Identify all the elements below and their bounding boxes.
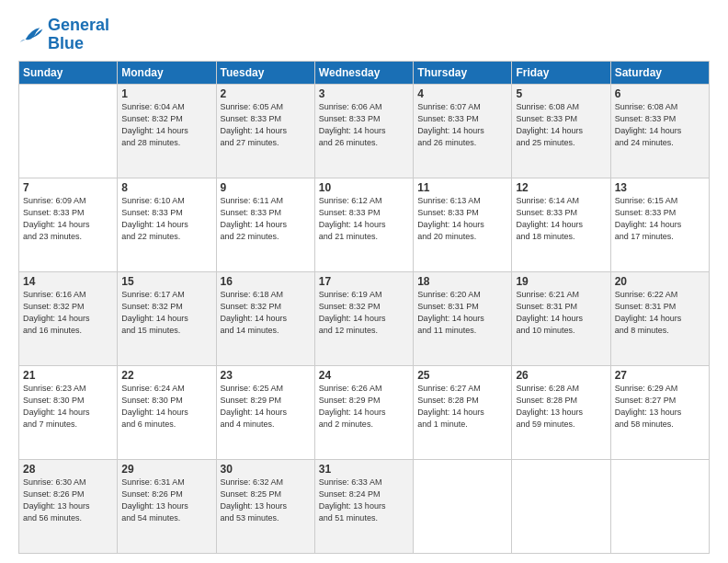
day-number: 5 xyxy=(516,87,606,100)
calendar-cell xyxy=(512,459,610,553)
calendar-table: SundayMondayTuesdayWednesdayThursdayFrid… xyxy=(18,61,710,554)
day-number: 22 xyxy=(121,369,211,382)
day-info: Sunrise: 6:23 AMSunset: 8:30 PMDaylight:… xyxy=(23,383,113,431)
day-number: 16 xyxy=(221,275,311,288)
day-number: 8 xyxy=(121,181,211,194)
day-info: Sunrise: 6:27 AMSunset: 8:28 PMDaylight:… xyxy=(417,383,507,431)
day-number: 7 xyxy=(23,181,113,194)
day-info: Sunrise: 6:05 AMSunset: 8:33 PMDaylight:… xyxy=(221,101,311,149)
day-number: 4 xyxy=(417,87,507,100)
calendar-cell: 17Sunrise: 6:19 AMSunset: 8:32 PMDayligh… xyxy=(314,271,413,365)
day-number: 27 xyxy=(615,369,705,382)
day-info: Sunrise: 6:07 AMSunset: 8:33 PMDaylight:… xyxy=(417,101,507,149)
day-info: Sunrise: 6:10 AMSunset: 8:33 PMDaylight:… xyxy=(121,195,211,243)
day-number: 13 xyxy=(615,181,705,194)
calendar-cell: 20Sunrise: 6:22 AMSunset: 8:31 PMDayligh… xyxy=(610,271,709,365)
day-number: 19 xyxy=(516,275,606,288)
day-info: Sunrise: 6:04 AMSunset: 8:32 PMDaylight:… xyxy=(121,101,211,149)
day-number: 14 xyxy=(23,275,113,288)
calendar-cell: 31Sunrise: 6:33 AMSunset: 8:24 PMDayligh… xyxy=(314,459,413,553)
day-info: Sunrise: 6:16 AMSunset: 8:32 PMDaylight:… xyxy=(23,289,113,337)
day-number: 6 xyxy=(615,87,705,100)
day-number: 10 xyxy=(319,181,409,194)
day-info: Sunrise: 6:09 AMSunset: 8:33 PMDaylight:… xyxy=(23,195,113,243)
day-info: Sunrise: 6:08 AMSunset: 8:33 PMDaylight:… xyxy=(615,101,705,149)
header-wednesday: Wednesday xyxy=(314,61,413,84)
calendar-cell: 8Sunrise: 6:10 AMSunset: 8:33 PMDaylight… xyxy=(118,178,216,271)
calendar-cell: 16Sunrise: 6:18 AMSunset: 8:32 PMDayligh… xyxy=(216,271,314,365)
calendar-cell: 3Sunrise: 6:06 AMSunset: 8:33 PMDaylight… xyxy=(314,84,413,178)
day-number: 11 xyxy=(417,181,507,194)
logo-text: General Blue xyxy=(48,17,109,53)
day-info: Sunrise: 6:20 AMSunset: 8:31 PMDaylight:… xyxy=(417,289,507,337)
day-info: Sunrise: 6:15 AMSunset: 8:33 PMDaylight:… xyxy=(615,195,705,243)
calendar-cell: 5Sunrise: 6:08 AMSunset: 8:33 PMDaylight… xyxy=(512,84,610,178)
calendar-cell: 23Sunrise: 6:25 AMSunset: 8:29 PMDayligh… xyxy=(216,365,314,459)
logo-icon xyxy=(18,25,44,45)
day-number: 9 xyxy=(221,181,311,194)
day-info: Sunrise: 6:17 AMSunset: 8:32 PMDaylight:… xyxy=(121,289,211,337)
calendar-cell: 9Sunrise: 6:11 AMSunset: 8:33 PMDaylight… xyxy=(216,178,314,271)
day-number: 21 xyxy=(23,369,113,382)
day-info: Sunrise: 6:11 AMSunset: 8:33 PMDaylight:… xyxy=(221,195,311,243)
calendar-cell: 19Sunrise: 6:21 AMSunset: 8:31 PMDayligh… xyxy=(512,271,610,365)
day-number: 28 xyxy=(23,463,113,476)
page-header: General Blue xyxy=(18,17,710,53)
day-number: 26 xyxy=(516,369,606,382)
day-info: Sunrise: 6:08 AMSunset: 8:33 PMDaylight:… xyxy=(516,101,606,149)
calendar-cell: 27Sunrise: 6:29 AMSunset: 8:27 PMDayligh… xyxy=(610,365,709,459)
day-info: Sunrise: 6:12 AMSunset: 8:33 PMDaylight:… xyxy=(319,195,409,243)
calendar-cell xyxy=(414,459,512,553)
calendar-cell: 2Sunrise: 6:05 AMSunset: 8:33 PMDaylight… xyxy=(216,84,314,178)
day-info: Sunrise: 6:29 AMSunset: 8:27 PMDaylight:… xyxy=(615,383,705,431)
calendar-cell: 13Sunrise: 6:15 AMSunset: 8:33 PMDayligh… xyxy=(610,178,709,271)
week-row-3: 14Sunrise: 6:16 AMSunset: 8:32 PMDayligh… xyxy=(19,271,710,365)
calendar-cell: 6Sunrise: 6:08 AMSunset: 8:33 PMDaylight… xyxy=(610,84,709,178)
calendar-cell: 21Sunrise: 6:23 AMSunset: 8:30 PMDayligh… xyxy=(19,365,118,459)
day-number: 18 xyxy=(417,275,507,288)
calendar-cell: 25Sunrise: 6:27 AMSunset: 8:28 PMDayligh… xyxy=(414,365,512,459)
calendar-header-row: SundayMondayTuesdayWednesdayThursdayFrid… xyxy=(19,61,710,84)
day-info: Sunrise: 6:21 AMSunset: 8:31 PMDaylight:… xyxy=(516,289,606,337)
day-info: Sunrise: 6:06 AMSunset: 8:33 PMDaylight:… xyxy=(319,101,409,149)
header-saturday: Saturday xyxy=(610,61,709,84)
day-number: 23 xyxy=(221,369,311,382)
calendar-cell: 12Sunrise: 6:14 AMSunset: 8:33 PMDayligh… xyxy=(512,178,610,271)
calendar-cell: 14Sunrise: 6:16 AMSunset: 8:32 PMDayligh… xyxy=(19,271,118,365)
calendar-cell: 7Sunrise: 6:09 AMSunset: 8:33 PMDaylight… xyxy=(19,178,118,271)
day-info: Sunrise: 6:22 AMSunset: 8:31 PMDaylight:… xyxy=(615,289,705,337)
logo: General Blue xyxy=(18,17,109,53)
day-number: 31 xyxy=(319,463,409,476)
day-info: Sunrise: 6:31 AMSunset: 8:26 PMDaylight:… xyxy=(121,477,211,524)
day-info: Sunrise: 6:28 AMSunset: 8:28 PMDaylight:… xyxy=(516,383,606,431)
header-monday: Monday xyxy=(118,61,216,84)
calendar-cell: 30Sunrise: 6:32 AMSunset: 8:25 PMDayligh… xyxy=(216,459,314,553)
day-number: 3 xyxy=(319,87,409,100)
header-tuesday: Tuesday xyxy=(216,61,314,84)
header-thursday: Thursday xyxy=(414,61,512,84)
day-number: 24 xyxy=(319,369,409,382)
day-number: 1 xyxy=(121,87,211,100)
day-number: 17 xyxy=(319,275,409,288)
day-info: Sunrise: 6:30 AMSunset: 8:26 PMDaylight:… xyxy=(23,477,113,524)
day-number: 12 xyxy=(516,181,606,194)
calendar-cell: 4Sunrise: 6:07 AMSunset: 8:33 PMDaylight… xyxy=(414,84,512,178)
day-info: Sunrise: 6:32 AMSunset: 8:25 PMDaylight:… xyxy=(221,477,311,524)
day-info: Sunrise: 6:25 AMSunset: 8:29 PMDaylight:… xyxy=(221,383,311,431)
calendar-cell xyxy=(610,459,709,553)
day-number: 30 xyxy=(221,463,311,476)
calendar-cell: 24Sunrise: 6:26 AMSunset: 8:29 PMDayligh… xyxy=(314,365,413,459)
calendar-cell: 10Sunrise: 6:12 AMSunset: 8:33 PMDayligh… xyxy=(314,178,413,271)
day-number: 25 xyxy=(417,369,507,382)
day-info: Sunrise: 6:14 AMSunset: 8:33 PMDaylight:… xyxy=(516,195,606,243)
day-info: Sunrise: 6:13 AMSunset: 8:33 PMDaylight:… xyxy=(417,195,507,243)
day-number: 2 xyxy=(221,87,311,100)
calendar-cell: 22Sunrise: 6:24 AMSunset: 8:30 PMDayligh… xyxy=(118,365,216,459)
calendar-cell: 29Sunrise: 6:31 AMSunset: 8:26 PMDayligh… xyxy=(118,459,216,553)
day-info: Sunrise: 6:26 AMSunset: 8:29 PMDaylight:… xyxy=(319,383,409,431)
calendar-cell: 1Sunrise: 6:04 AMSunset: 8:32 PMDaylight… xyxy=(118,84,216,178)
calendar-cell xyxy=(19,84,118,178)
calendar-cell: 18Sunrise: 6:20 AMSunset: 8:31 PMDayligh… xyxy=(414,271,512,365)
header-friday: Friday xyxy=(512,61,610,84)
calendar-cell: 26Sunrise: 6:28 AMSunset: 8:28 PMDayligh… xyxy=(512,365,610,459)
